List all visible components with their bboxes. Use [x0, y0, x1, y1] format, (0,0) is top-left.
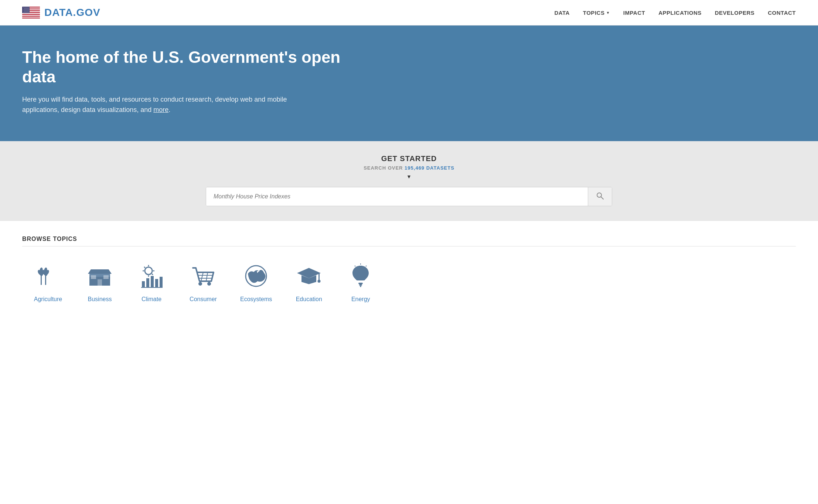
ecosystems-icon	[241, 261, 271, 291]
logo-area[interactable]: ★★★★★★ ★★★★★ ★★★★★★ ★★★★★ ★★★★★★ DATA.GO…	[22, 7, 100, 18]
nav-applications[interactable]: APPLICATIONS	[658, 10, 702, 16]
nav-topics[interactable]: TOPICS ▼	[583, 10, 610, 16]
topic-agriculture[interactable]: Agriculture	[22, 258, 74, 306]
svg-point-31	[145, 267, 152, 275]
agriculture-label: Agriculture	[34, 296, 62, 303]
svg-point-54	[318, 280, 321, 283]
svg-line-48	[201, 272, 203, 281]
svg-rect-56	[359, 284, 362, 286]
svg-marker-51	[297, 268, 321, 278]
svg-point-45	[207, 282, 211, 286]
topic-energy[interactable]: Energy	[335, 258, 386, 306]
svg-rect-57	[360, 286, 361, 287]
svg-rect-38	[142, 281, 145, 287]
svg-rect-40	[151, 276, 154, 287]
search-input[interactable]	[206, 187, 588, 206]
svg-rect-29	[91, 275, 96, 279]
topic-ecosystems[interactable]: Ecosystems	[229, 258, 283, 306]
main-nav: DATA TOPICS ▼ IMPACT APPLICATIONS DEVELO…	[554, 10, 796, 16]
business-icon	[85, 261, 115, 291]
svg-line-37	[152, 274, 153, 275]
svg-point-13	[597, 193, 601, 197]
topics-dropdown-arrow: ▼	[606, 11, 610, 15]
svg-line-49	[206, 272, 208, 281]
browse-topics-title: BROWSE TOPICS	[22, 236, 796, 246]
svg-rect-5	[22, 15, 40, 16]
browse-topics-section: BROWSE TOPICS	[0, 221, 818, 328]
education-icon	[294, 261, 324, 291]
agriculture-icon	[33, 261, 63, 291]
svg-line-59	[366, 266, 367, 266]
search-button[interactable]	[588, 187, 612, 206]
business-label: Business	[88, 296, 112, 303]
search-icon	[596, 192, 604, 200]
topic-education[interactable]: Education	[283, 258, 335, 306]
svg-rect-4	[22, 13, 40, 14]
flag-icon: ★★★★★★ ★★★★★ ★★★★★★ ★★★★★ ★★★★★★	[22, 7, 40, 18]
nav-contact[interactable]: CONTACT	[768, 10, 796, 16]
down-arrow-icon: ▼	[22, 174, 796, 180]
consumer-icon	[188, 261, 218, 291]
nav-data[interactable]: DATA	[554, 10, 569, 16]
search-bar	[206, 187, 612, 206]
hero-more-link[interactable]: more	[153, 106, 168, 113]
svg-rect-41	[155, 279, 158, 287]
topic-consumer[interactable]: Consumer	[177, 258, 229, 306]
topics-grid: Agriculture	[22, 258, 796, 306]
topic-climate[interactable]: Climate	[126, 258, 177, 306]
svg-line-14	[601, 197, 603, 199]
svg-line-36	[144, 267, 145, 268]
hero-description: Here you will find data, tools, and reso…	[22, 94, 310, 116]
topic-business[interactable]: Business	[74, 258, 126, 306]
energy-icon	[346, 261, 375, 291]
ecosystems-label: Ecosystems	[240, 296, 272, 303]
logo-text: DATA.GOV	[44, 7, 100, 18]
svg-rect-43	[141, 287, 163, 288]
svg-rect-30	[103, 275, 109, 279]
get-started-title: GET STARTED	[22, 154, 796, 163]
svg-rect-39	[146, 278, 149, 287]
climate-icon	[137, 261, 166, 291]
svg-rect-53	[318, 273, 320, 280]
hero-heading: The home of the U.S. Government's open d…	[22, 48, 355, 87]
get-started-subtitle: SEARCH OVER 195,469 DATASETS	[22, 165, 796, 171]
datasets-link[interactable]: 195,469 DATASETS	[405, 165, 454, 171]
svg-text:★★★★★★: ★★★★★★	[23, 11, 30, 13]
energy-label: Energy	[351, 296, 370, 303]
svg-rect-28	[98, 279, 102, 286]
svg-rect-42	[160, 277, 163, 287]
svg-point-44	[198, 282, 202, 286]
education-label: Education	[296, 296, 322, 303]
svg-rect-55	[358, 283, 363, 284]
svg-rect-6	[22, 17, 40, 17]
consumer-label: Consumer	[190, 296, 217, 303]
nav-developers[interactable]: DEVELOPERS	[715, 10, 755, 16]
svg-marker-27	[88, 269, 112, 274]
hero-section: The home of the U.S. Government's open d…	[0, 25, 818, 141]
nav-impact[interactable]: IMPACT	[623, 10, 645, 16]
climate-label: Climate	[142, 296, 161, 303]
get-started-section: GET STARTED SEARCH OVER 195,469 DATASETS…	[0, 141, 818, 221]
site-header: ★★★★★★ ★★★★★ ★★★★★★ ★★★★★ ★★★★★★ DATA.GO…	[0, 0, 818, 25]
svg-line-60	[355, 266, 355, 266]
